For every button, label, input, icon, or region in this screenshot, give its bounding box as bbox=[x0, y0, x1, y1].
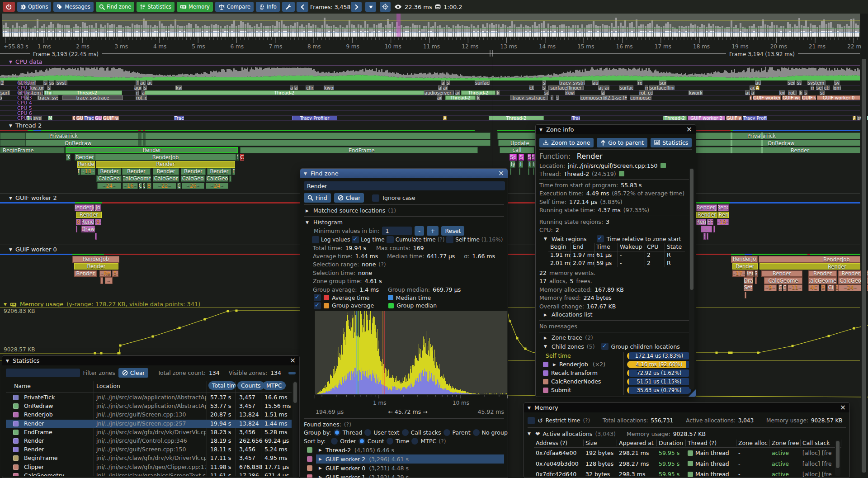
found-zone-selectable[interactable]: ▶GUIF worker 0(3,231) 4.48 s bbox=[316, 464, 504, 473]
zone-info-window[interactable]: ▼Zone info×Zoom to zoneGo to parentStati… bbox=[535, 124, 696, 397]
found-zone-row[interactable]: ▶GUIF worker 2(3,296) 4.61 s bbox=[304, 454, 504, 464]
memory-row[interactable]: 0x7e049b3d00128 bytes298.27 ms59.95 sMai… bbox=[534, 459, 841, 469]
tree-arrow-icon[interactable]: ▶ bbox=[544, 336, 549, 340]
clear-button[interactable]: Clear bbox=[118, 368, 149, 378]
found-zone-row[interactable]: ▶GUIF worker 0(3,231) 4.48 s bbox=[304, 464, 504, 473]
statistics-window[interactable]: ▼Statistics×Filter zonesClearTotal zone … bbox=[2, 355, 300, 478]
tree-arrow-icon[interactable]: ▼ bbox=[544, 344, 549, 349]
min-bin-input[interactable]: 1 bbox=[382, 227, 412, 235]
stats-row[interactable]: BeginFramejni/../jni/src/claw/gfx/drv/vk… bbox=[6, 454, 292, 463]
memory-col-duration[interactable]: Duration bbox=[657, 440, 686, 446]
filter-input[interactable] bbox=[6, 369, 80, 377]
close-button[interactable]: × bbox=[840, 403, 846, 412]
resize-grip[interactable] bbox=[689, 389, 696, 397]
child-zone-row[interactable]: ▶RenderJob(×2)4.16 ms (92.60%) bbox=[539, 360, 693, 369]
extra-button[interactable] bbox=[288, 372, 296, 374]
memory-row[interactable]: 0x7dfaa64e00192 bytes298.21 ms59.95 sMai… bbox=[534, 448, 841, 459]
cumulate-time-checkbox[interactable] bbox=[387, 236, 394, 243]
scrollbar-thumb[interactable] bbox=[690, 169, 693, 290]
memory-titlebar[interactable]: ▼Memory× bbox=[524, 403, 849, 412]
group-radio-thread[interactable] bbox=[334, 429, 340, 436]
tree-arrow-icon[interactable]: ▼ bbox=[544, 237, 549, 241]
show-gavg-checkbox[interactable] bbox=[314, 302, 321, 309]
search-input[interactable]: Render bbox=[304, 181, 505, 190]
tree-arrow-icon[interactable]: ▼ bbox=[306, 220, 311, 225]
stats-row[interactable]: Renderjni/../jni/src/guif/Control.cpp:34… bbox=[6, 437, 292, 445]
bin-plus-button[interactable]: + bbox=[427, 226, 439, 236]
col-name-header[interactable]: Name bbox=[14, 383, 31, 389]
child-zone-row[interactable]: Submit35.63 us (0.79%) bbox=[539, 386, 693, 395]
memory-col-address[interactable]: Address (?) bbox=[534, 440, 584, 446]
zone-info-scrollbar[interactable] bbox=[689, 168, 694, 389]
group-radio-user-text[interactable] bbox=[364, 429, 371, 436]
memory-col-size[interactable]: Size bbox=[584, 440, 617, 446]
group-children-checkbox[interactable] bbox=[601, 343, 609, 350]
bin-minus-button[interactable]: - bbox=[415, 226, 424, 236]
group-radio-call-stacks[interactable] bbox=[402, 429, 409, 436]
memory-col-zone-free[interactable]: Zone free bbox=[770, 440, 801, 446]
reset-button[interactable]: Reset bbox=[441, 226, 464, 236]
show-avg-checkbox[interactable] bbox=[314, 294, 321, 301]
found-zone-row[interactable]: ▶Thread-2(4,105) 6.46 s bbox=[304, 445, 504, 454]
wait-col-end[interactable]: End bbox=[571, 243, 594, 251]
time-relative-checkbox[interactable] bbox=[597, 235, 604, 242]
tree-arrow-icon[interactable]: ▶ bbox=[553, 362, 556, 367]
stats-row[interactable]: CalcGeometryjni/../jni/src/claw/graphics… bbox=[6, 472, 292, 476]
statistics-scrollbar[interactable] bbox=[292, 381, 298, 478]
find-button[interactable]: Find bbox=[304, 193, 331, 203]
stats-row[interactable]: Clipperjni/../jni/src/claw/gfx/geo/Clipp… bbox=[6, 463, 292, 472]
memory-col-zone-alloc[interactable]: Zone alloc bbox=[736, 440, 770, 446]
wait-col-cpu[interactable]: CPU bbox=[645, 243, 665, 251]
group-radio-parent[interactable] bbox=[443, 429, 450, 436]
memory-col-thread[interactable]: Thread (?) bbox=[686, 440, 736, 446]
clear-button[interactable]: Clear bbox=[334, 193, 364, 203]
restrict-time-checkbox[interactable] bbox=[528, 417, 535, 424]
statistics-button[interactable]: Statistics bbox=[651, 138, 692, 147]
timeline-scrollbar[interactable] bbox=[861, 14, 867, 478]
wait-col-time[interactable]: Time bbox=[594, 243, 618, 251]
close-button[interactable]: × bbox=[289, 356, 296, 364]
tree-arrow-icon[interactable]: ▶ bbox=[319, 475, 322, 478]
stats-row[interactable]: EndFramejni/../jni/src/claw/gfx/drv/vk/D… bbox=[6, 428, 292, 437]
ignore-case-checkbox[interactable] bbox=[372, 194, 379, 202]
memory-row[interactable]: 0x7dfc42d64032 bytes298.3 ms59.95 sMain … bbox=[534, 469, 841, 478]
zone-info-titlebar[interactable]: ▼Zone info× bbox=[536, 125, 696, 134]
log-time-checkbox[interactable] bbox=[352, 236, 359, 243]
found-zone-row[interactable]: ▶GUIF worker 1(3,192) 4.39 s bbox=[304, 473, 504, 478]
found-zone-selectable[interactable]: ▶GUIF worker 2(3,296) 4.61 s bbox=[316, 454, 504, 464]
scrollbar-thumb[interactable] bbox=[862, 59, 866, 473]
memory-col-appeared-at[interactable]: Appeared at bbox=[617, 440, 657, 446]
go-to-parent-button[interactable]: Go to parent bbox=[597, 138, 647, 147]
found-zone-selectable[interactable]: ▶GUIF worker 1(3,192) 4.39 s bbox=[316, 473, 504, 478]
log-values-checkbox[interactable] bbox=[312, 236, 319, 243]
stats-row[interactable]: PrivateTickjni/../jni/src/claw/applicati… bbox=[6, 393, 292, 402]
sort-radio-count[interactable] bbox=[359, 438, 365, 445]
tree-arrow-icon[interactable]: ▶ bbox=[319, 448, 322, 452]
stats-row[interactable]: OnRedrawjni/../jni/src/claw/application/… bbox=[6, 402, 292, 411]
stats-row[interactable]: RenderJobjni/../jni/src/guif/Screen.cpp:… bbox=[6, 411, 292, 419]
sort-pill-mtpc[interactable]: MTPC bbox=[263, 381, 286, 390]
tree-arrow-icon[interactable]: ▶ bbox=[319, 457, 322, 461]
sort-radio-mtpc[interactable] bbox=[411, 438, 418, 445]
tree-arrow-icon[interactable]: ▼ bbox=[528, 431, 533, 436]
memory-scrollbar[interactable] bbox=[835, 440, 840, 476]
sort-radio-time[interactable] bbox=[387, 438, 393, 445]
found-zone-selectable[interactable]: ▶Thread-2(4,105) 6.46 s bbox=[316, 445, 504, 454]
child-zone-row[interactable]: RecalcTransform72.92 us (1.62%) bbox=[539, 369, 693, 378]
sort-pill-totaltim[interactable]: Total tim bbox=[208, 381, 236, 390]
zoom-to-zone-button[interactable]: Zoom to zone bbox=[539, 138, 594, 147]
wait-col-wakeup[interactable]: Wakeup bbox=[618, 243, 645, 251]
memory-window[interactable]: ▼Memory×↺Restrict time(?)Total allocatio… bbox=[524, 402, 850, 478]
child-zone-row[interactable]: CalcRenderNodes51.51 us (1.15%) bbox=[539, 378, 693, 386]
tree-arrow-icon[interactable]: ▶ bbox=[306, 208, 311, 213]
stats-row[interactable]: Renderjni/../jni/src/guif/Screen.cpp:150… bbox=[6, 445, 292, 454]
histogram-panel[interactable] bbox=[315, 311, 508, 395]
close-button[interactable]: × bbox=[498, 169, 505, 177]
scrollbar-thumb[interactable] bbox=[293, 382, 297, 403]
tree-arrow-icon[interactable]: ▶ bbox=[319, 466, 322, 470]
close-button[interactable]: × bbox=[686, 125, 693, 133]
statistics-titlebar[interactable]: ▼Statistics× bbox=[2, 356, 299, 365]
col-location-header[interactable]: Location bbox=[96, 383, 120, 389]
find-zone-window[interactable]: ▼Find zone×RenderFindClearIgnore case▶Ma… bbox=[300, 168, 508, 478]
tree-arrow-icon[interactable]: ▶ bbox=[544, 312, 549, 317]
